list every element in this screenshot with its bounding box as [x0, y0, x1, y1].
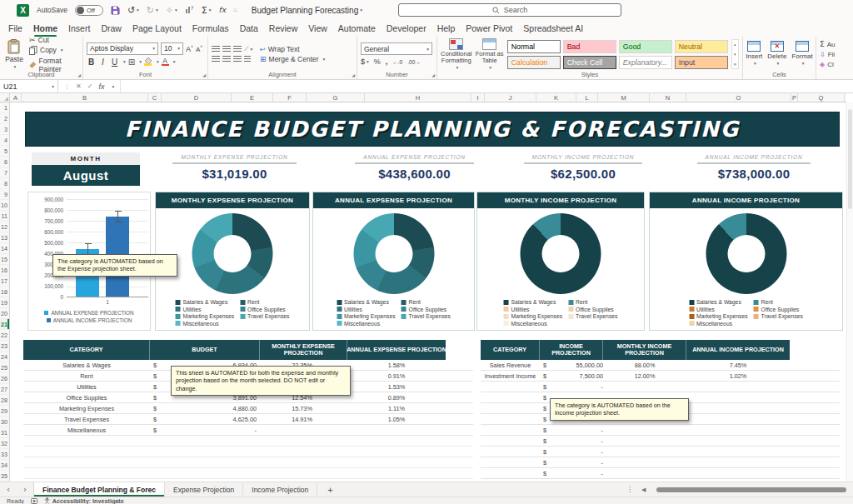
row-header-2[interactable]: 2	[0, 113, 9, 124]
number-format-select[interactable]: General▾	[361, 42, 432, 55]
menu-tab-page-layout[interactable]: Page Layout	[132, 23, 182, 33]
style-chip-explanatory[interactable]: Explanatory...	[619, 56, 672, 69]
column-header-K[interactable]: K	[536, 93, 576, 102]
tab-options-icon[interactable]: ⋮	[626, 486, 633, 493]
menu-tab-developer[interactable]: Developer	[387, 23, 426, 33]
row-header-34[interactable]: 34	[0, 460, 9, 471]
underline-button[interactable]: U	[110, 57, 119, 67]
cancel-formula-icon[interactable]: ✕	[76, 82, 82, 90]
borders-button[interactable]: ⊞	[128, 57, 135, 67]
row-header-32[interactable]: 32	[0, 438, 9, 449]
row-header-18[interactable]: 18	[0, 287, 9, 297]
italic-button[interactable]: I	[98, 57, 107, 67]
column-header-N[interactable]: N	[650, 93, 686, 102]
row-header-27[interactable]: 27	[0, 384, 9, 395]
bold-button[interactable]: B	[87, 57, 96, 67]
menu-tab-data[interactable]: Data	[240, 23, 258, 33]
annual-income-donut-panel[interactable]: ANNUAL INCOME PROJECTION Salaries & Wage…	[649, 192, 843, 331]
income-table-row[interactable]: Sales Revenue$55,000.0088.00%7.45%	[481, 360, 840, 371]
row-header-3[interactable]: 3	[0, 124, 9, 135]
column-header-H[interactable]: H	[365, 93, 471, 102]
worksheet-grid[interactable]: 1234567891011121314151617181920212223242…	[0, 102, 846, 482]
row-header-12[interactable]: 12	[0, 222, 9, 232]
monthly-expense-donut-panel[interactable]: MONTHLY EXPSENSE PROJECTION Salaries & W…	[155, 192, 310, 331]
column-header-C[interactable]: C	[148, 93, 162, 102]
align-bottom-icon[interactable]	[233, 46, 242, 52]
style-chip-check-cell[interactable]: Check Cell	[563, 56, 616, 69]
column-header-P[interactable]: P	[791, 93, 798, 102]
row-header-30[interactable]: 30	[0, 417, 9, 427]
expense-table-row[interactable]: Miscellaneous$-	[23, 425, 473, 436]
row-header-19[interactable]: 19	[0, 297, 9, 308]
sheet-tab-finance-budget-planning-forec[interactable]: Finance Budget Planning & Forec	[33, 482, 165, 497]
column-header-O[interactable]: O	[686, 93, 791, 102]
format-painter-quick-icon[interactable]: ✧▾	[166, 5, 177, 16]
row-header-1[interactable]: 1	[0, 102, 9, 113]
style-chip-good[interactable]: Good	[619, 40, 672, 53]
row-header-13[interactable]: 13	[0, 232, 9, 243]
font-size-select[interactable]: 10▾	[161, 42, 183, 55]
horizontal-scroll-thumb[interactable]	[656, 487, 846, 492]
menu-tab-help[interactable]: Help	[437, 23, 456, 33]
next-sheet-icon[interactable]: ›	[17, 485, 33, 494]
income-table-row[interactable]: $-	[481, 457, 840, 468]
row-header-17[interactable]: 17	[0, 276, 9, 287]
align-left-icon[interactable]	[212, 56, 220, 62]
search-input[interactable]: Search	[398, 3, 621, 17]
fill-color-button[interactable]	[144, 57, 152, 66]
row-header-33[interactable]: 33	[0, 449, 9, 460]
menu-tab-automate[interactable]: Automate	[338, 23, 376, 33]
insert-function-button[interactable]: fx	[98, 82, 104, 91]
row-header-29[interactable]: 29	[0, 406, 9, 417]
column-header-E[interactable]: E	[232, 93, 273, 102]
menu-tab-power-pivot[interactable]: Power Pivot	[466, 23, 512, 33]
add-sheet-button[interactable]: +	[317, 485, 342, 495]
row-header-24[interactable]: 24	[0, 352, 9, 362]
macro-record-icon[interactable]	[31, 498, 37, 504]
percent-format-button[interactable]: %	[374, 57, 381, 66]
comma-format-button[interactable]: ,	[386, 57, 388, 66]
row-header-28[interactable]: 28	[0, 395, 9, 406]
autosave-toggle[interactable]: Off	[75, 5, 103, 16]
row-header-5[interactable]: 5	[0, 146, 9, 157]
enter-formula-icon[interactable]: ✓	[87, 82, 93, 90]
style-chip-input[interactable]: Input	[675, 56, 728, 69]
number-dialog-launcher[interactable]: ◢	[431, 72, 435, 77]
chart-query-icon[interactable]: ?	[185, 6, 194, 14]
vertical-scroll-thumb[interactable]	[848, 109, 852, 209]
redo-icon[interactable]: ↻▾	[147, 5, 158, 16]
clipboard-dialog-launcher[interactable]: ◢	[77, 72, 81, 77]
menu-tab-insert[interactable]: Insert	[68, 23, 90, 33]
row-header-35[interactable]: 35	[0, 471, 9, 482]
row-header-7[interactable]: 7	[0, 167, 9, 178]
monthly-income-donut-panel[interactable]: MONTHLY INCOME PROJECTION Salaries & Wag…	[476, 192, 645, 331]
copy-button[interactable]: Copy▾	[29, 46, 79, 55]
autosum-button[interactable]: ΣAu	[820, 40, 843, 48]
row-header-23[interactable]: 23	[0, 341, 9, 352]
style-chip-bad[interactable]: Bad	[563, 40, 616, 53]
formula-menu-icon[interactable]: ⋮	[64, 83, 70, 90]
column-header-Q[interactable]: Q	[798, 93, 845, 102]
column-header-B[interactable]: B	[22, 93, 148, 102]
row-header-15[interactable]: 15	[0, 254, 9, 265]
align-right-icon[interactable]	[233, 56, 242, 62]
conditional-formatting-button[interactable]: Conditional Formatting▾	[441, 38, 472, 71]
decrease-decimal-button[interactable]: .00→	[407, 59, 421, 65]
format-cells-button[interactable]: Format▾	[791, 41, 812, 66]
row-header-21[interactable]: 21	[0, 319, 9, 330]
income-table-row[interactable]: $-	[481, 447, 840, 457]
font-dialog-launcher[interactable]: ◢	[202, 72, 206, 77]
style-chip-normal[interactable]: Normal	[507, 40, 561, 53]
row-header-31[interactable]: 31	[0, 427, 9, 438]
income-table-row[interactable]: $-	[481, 468, 840, 479]
expense-table-row[interactable]: Travel Expenses$4,625.0014.91%1.05%	[23, 414, 473, 425]
document-title[interactable]: Budget Planning Forecasting▾	[252, 6, 362, 15]
align-top-icon[interactable]	[212, 46, 220, 52]
accessibility-status[interactable]: Accessibility: Investigate	[44, 497, 124, 504]
wrap-text-button[interactable]: ↩Wrap Text	[260, 45, 325, 53]
align-middle-icon[interactable]	[222, 46, 231, 52]
row-header-10[interactable]: 10	[0, 200, 9, 211]
select-all-corner[interactable]	[0, 93, 10, 102]
column-header-A[interactable]: A	[10, 93, 22, 102]
row-header-6[interactable]: 6	[0, 157, 9, 167]
